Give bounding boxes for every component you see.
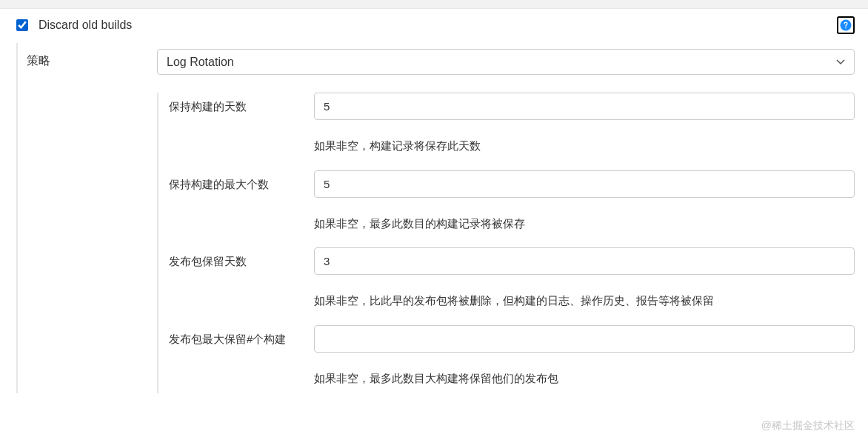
discard-old-builds-checkbox[interactable] xyxy=(16,19,28,31)
field-label-artifact-max: 发布包最大保留#个构建 xyxy=(169,325,314,388)
field-label-days-to-keep: 保持构建的天数 xyxy=(169,93,314,156)
form-area: Log Rotation 保持构建的天数 如果非空，构建记录将保存此天数 保持构… xyxy=(157,43,855,393)
help-days-to-keep: 如果非空，构建记录将保存此天数 xyxy=(314,136,855,156)
discard-old-builds-label: Discard old builds xyxy=(39,19,837,32)
field-artifact-days: 发布包保留天数 如果非空，比此早的发布包将被删除，但构建的日志、操作历史、报告等… xyxy=(169,247,855,310)
help-artifact-days: 如果非空，比此早的发布包将被删除，但构建的日志、操作历史、报告等将被保留 xyxy=(314,291,855,310)
svg-point-1 xyxy=(845,27,847,29)
field-label-artifact-days: 发布包保留天数 xyxy=(169,247,314,310)
field-artifact-max: 发布包最大保留#个构建 如果非空，最多此数目大构建将保留他们的发布包 xyxy=(169,325,855,388)
top-bar xyxy=(0,0,868,9)
field-label-max-builds: 保持构建的最大个数 xyxy=(169,170,314,233)
field-max-builds: 保持构建的最大个数 如果非空，最多此数目的构建记录将被保存 xyxy=(169,170,855,233)
input-days-to-keep[interactable] xyxy=(314,93,855,120)
config-content: 策略 Log Rotation 保持构建的天数 如果非空，构建记录将保存此天数 … xyxy=(0,43,868,408)
nested-border xyxy=(157,93,158,393)
input-artifact-max[interactable] xyxy=(314,325,855,353)
help-artifact-max: 如果非空，最多此数目大构建将保留他们的发布包 xyxy=(314,369,855,388)
section-border xyxy=(16,43,18,393)
input-max-builds[interactable] xyxy=(314,170,855,198)
nested-content: 保持构建的天数 如果非空，构建记录将保存此天数 保持构建的最大个数 如果非空，最… xyxy=(169,93,855,393)
nested-fields: 保持构建的天数 如果非空，构建记录将保存此天数 保持构建的最大个数 如果非空，最… xyxy=(157,93,855,393)
discard-builds-header: Discard old builds xyxy=(0,9,868,43)
input-artifact-days[interactable] xyxy=(314,247,855,275)
field-days-to-keep: 保持构建的天数 如果非空，构建记录将保存此天数 xyxy=(169,93,855,156)
strategy-select[interactable]: Log Rotation xyxy=(157,49,855,75)
help-max-builds: 如果非空，最多此数目的构建记录将被保存 xyxy=(314,214,855,233)
strategy-label: 策略 xyxy=(27,43,157,393)
help-icon[interactable] xyxy=(837,16,855,34)
